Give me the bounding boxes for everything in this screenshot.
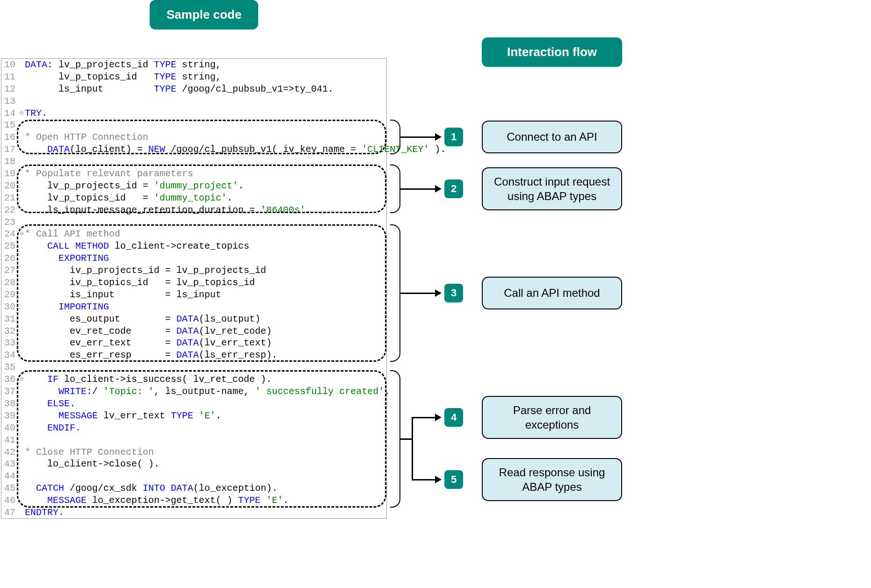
arrow-line [400, 188, 435, 190]
flow-box-3: Call an API method [482, 277, 622, 309]
line-number: 40 [1, 422, 18, 434]
line-number: 44 [1, 470, 18, 482]
flow-box-5: Read response using ABAP types [482, 458, 622, 501]
line-number: 22 [1, 204, 18, 216]
interaction-flow-badge: Interaction flow [482, 37, 622, 67]
line-number: 46 [1, 495, 18, 507]
line-number: 39 [1, 410, 18, 422]
flow-step-number-3: 3 [444, 284, 463, 302]
code-group-2 [17, 165, 386, 213]
line-number: 41 [1, 434, 18, 446]
line-number: 30 [1, 301, 18, 313]
line-number: 32 [1, 325, 18, 337]
line-number: 35 [1, 361, 18, 373]
arrow-head-icon [435, 289, 442, 297]
line-number: 24 [1, 228, 18, 240]
flow-step-number-1: 1 [444, 128, 463, 146]
flow-box-4: Parse error and exceptions [482, 396, 622, 439]
bracket-2 [390, 165, 400, 213]
flow-step-number-5: 5 [444, 470, 463, 489]
code-group-1 [17, 120, 386, 154]
line-number: 23 [1, 216, 18, 229]
line-number: 21 [1, 192, 18, 204]
flow-box-1: Connect to an API [482, 121, 622, 153]
line-number: 18 [1, 156, 18, 168]
arrow-line [400, 136, 435, 138]
line-number: 17 [1, 143, 18, 156]
line-number: 45 [1, 482, 18, 495]
arrow-line [412, 417, 435, 418]
flow-box-2: Construct input request using ABAP types [482, 167, 622, 210]
line-number: 16 [1, 131, 18, 143]
flow-box-label: Parse error and exceptions [486, 403, 617, 432]
flow-box-label: Connect to an API [507, 129, 597, 144]
line-number: 42 [1, 446, 18, 459]
bracket-1 [390, 120, 400, 154]
code-group-3 [17, 224, 386, 362]
line-number: 38 [1, 398, 18, 410]
line-number: 34 [1, 349, 18, 361]
arrow-head-icon [435, 476, 442, 483]
arrow-head-icon [435, 185, 442, 193]
arrow-line [400, 438, 413, 440]
flow-box-label: Read response using ABAP types [486, 465, 617, 494]
code-group-4 [17, 370, 386, 508]
line-number: 27 [1, 265, 18, 277]
line-number: 26 [1, 252, 18, 265]
line-number: 11 [1, 71, 18, 83]
arrow-line [412, 479, 435, 480]
line-number: 25 [1, 240, 18, 252]
line-number: 14 [1, 108, 18, 120]
line-number: 19 [1, 168, 18, 180]
arrow-line [400, 293, 435, 294]
line-number: 13 [1, 95, 18, 108]
flow-box-label: Construct input request using ABAP types [486, 174, 617, 203]
line-number: 28 [1, 277, 18, 289]
sample-code-badge: Sample code [150, 0, 258, 29]
line-number: 43 [1, 458, 18, 470]
line-number: 37 [1, 386, 18, 398]
line-number: 33 [1, 337, 18, 349]
arrow-head-icon [435, 414, 442, 421]
bracket-4 [390, 370, 400, 508]
line-number: 10 [1, 59, 18, 71]
fold-icon[interactable]: ⊖ [18, 108, 25, 120]
arrow-line [412, 417, 413, 480]
bracket-3 [390, 224, 400, 362]
line-number: 36 [1, 373, 18, 386]
flow-step-number-2: 2 [444, 179, 463, 198]
line-number: 12 [1, 83, 18, 95]
arrow-head-icon [435, 133, 442, 141]
line-number: 47 [1, 507, 18, 519]
line-number: 20 [1, 180, 18, 192]
line-number: 31 [1, 313, 18, 325]
flow-box-label: Call an API method [504, 286, 600, 300]
line-number: 29 [1, 289, 18, 301]
flow-step-number-4: 4 [444, 408, 463, 427]
line-number: 15 [1, 119, 18, 131]
